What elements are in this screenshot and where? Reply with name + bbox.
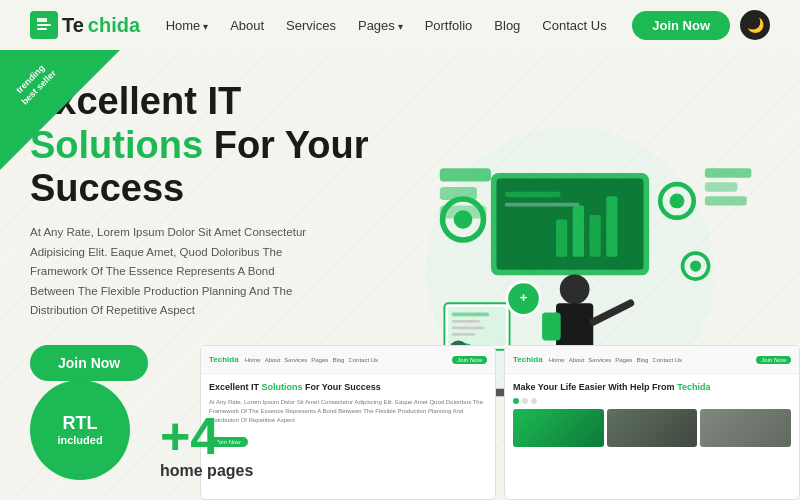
pc1-nav-home: Home xyxy=(245,357,261,363)
pc2-images xyxy=(513,409,791,447)
pc2-img-2 xyxy=(607,409,698,447)
pc2-img-1 xyxy=(513,409,604,447)
preview-card-2-body: Make Your Life Easier With Help From Tec… xyxy=(505,374,799,455)
pc2-nav-home: Home xyxy=(549,357,565,363)
hero-section: trendingbest seller Excellent IT Solutio… xyxy=(0,50,800,500)
pc2-title-green: Techida xyxy=(677,382,710,392)
nav-right: Join Now 🌙 xyxy=(632,10,770,40)
pc2-nav-about: About xyxy=(569,357,585,363)
nav-home[interactable]: Home xyxy=(166,18,208,33)
pc2-nav-blog: Blog xyxy=(636,357,648,363)
preview-card-1-logo: Techida xyxy=(209,355,239,364)
preview-card-1-nav: Home About Services Pages Blog Contact U… xyxy=(245,357,378,363)
hero-description: At Any Rate, Lorem Ipsum Dolor Sit Amet … xyxy=(30,223,320,321)
logo-text: Te xyxy=(62,14,84,37)
pc2-nav-pages: Pages xyxy=(615,357,632,363)
nav-portfolio[interactable]: Portfolio xyxy=(425,18,473,33)
svg-rect-0 xyxy=(37,24,51,26)
pc2-img-3 xyxy=(700,409,791,447)
home-pages-counter: +4 home pages xyxy=(160,410,253,480)
pc2-join-btn[interactable]: Join Now xyxy=(756,356,791,364)
nav-contact[interactable]: Contact Us xyxy=(542,18,606,33)
preview-cards: Techida Home About Services Pages Blog C… xyxy=(200,345,800,500)
svg-rect-1 xyxy=(37,28,47,30)
hero-title-forline: For Your xyxy=(203,124,368,166)
preview-card-2[interactable]: Techida Home About Services Pages Blog C… xyxy=(504,345,800,500)
nav-pages[interactable]: Pages xyxy=(358,18,403,33)
pc1-join-btn[interactable]: Join Now xyxy=(452,356,487,364)
dot-3 xyxy=(531,398,537,404)
dark-mode-toggle[interactable]: 🌙 xyxy=(740,10,770,40)
preview-card-2-logo: Techida xyxy=(513,355,543,364)
pc1-title-green: Solutions xyxy=(262,382,303,392)
pc2-nav-services: Services xyxy=(588,357,611,363)
nav-blog[interactable]: Blog xyxy=(494,18,520,33)
preview-card-1-header: Techida Home About Services Pages Blog C… xyxy=(201,346,495,374)
bottom-left-section: RTL included +4 home pages xyxy=(30,380,253,500)
pc1-nav-contact: Contact Us xyxy=(348,357,378,363)
navbar: Techida Home About Services Pages Portfo… xyxy=(0,0,800,50)
pc1-nav-about: About xyxy=(265,357,281,363)
nav-services[interactable]: Services xyxy=(286,18,336,33)
pc1-nav-services: Services xyxy=(284,357,307,363)
join-now-hero-button[interactable]: Join Now xyxy=(30,345,148,381)
dot-2 xyxy=(522,398,528,404)
hero-title-success: Success xyxy=(30,167,184,209)
rtl-text: RTL xyxy=(63,414,98,434)
rtl-included-text: included xyxy=(57,434,102,446)
logo[interactable]: Techida xyxy=(30,11,140,39)
preview-card-2-header: Techida Home About Services Pages Blog C… xyxy=(505,346,799,374)
pc2-nav-contact: Contact Us xyxy=(652,357,682,363)
preview-card-2-nav: Home About Services Pages Blog Contact U… xyxy=(549,357,682,363)
logo-text-suffix: chida xyxy=(88,14,140,37)
nav-links: Home About Services Pages Portfolio Blog… xyxy=(166,18,607,33)
pc2-title: Make Your Life Easier With Help From Tec… xyxy=(513,382,791,394)
svg-marker-2 xyxy=(37,18,47,22)
rtl-badge: RTL included xyxy=(30,380,130,480)
trending-badge: trendingbest seller xyxy=(0,50,120,170)
nav-about[interactable]: About xyxy=(230,18,264,33)
join-now-button[interactable]: Join Now xyxy=(632,11,730,40)
pc1-nav-blog: Blog xyxy=(332,357,344,363)
home-pages-number: +4 xyxy=(160,410,253,462)
pc2-dots xyxy=(513,398,791,404)
pc1-nav-pages: Pages xyxy=(311,357,328,363)
logo-icon xyxy=(30,11,58,39)
dot-1 xyxy=(513,398,519,404)
home-pages-label: home pages xyxy=(160,462,253,480)
